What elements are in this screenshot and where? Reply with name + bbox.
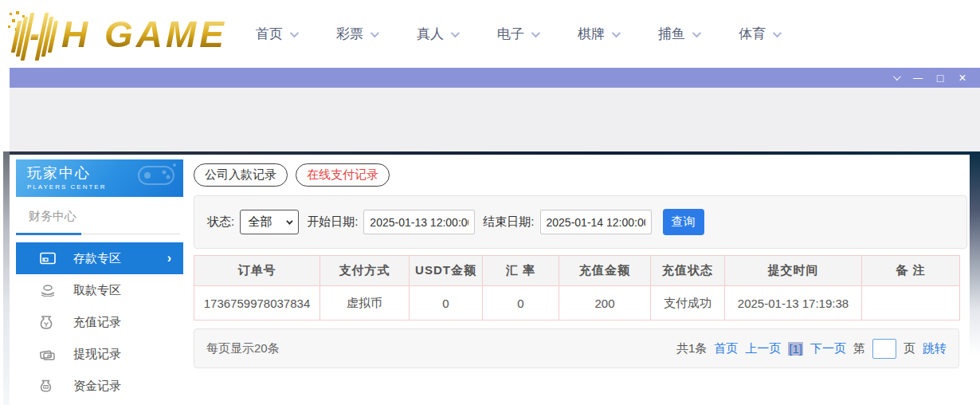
sidebar-item-label: 资金记录 [73,379,121,394]
sidebar-item-withdraw-zone[interactable]: 取款专区 [16,274,183,306]
content-window: 玩家中心 PLAYERS CENTER 财务中心 存款专区 [10,151,980,405]
logo-text: H GAME [61,16,232,53]
sidebar-header: 玩家中心 PLAYERS CENTER [16,159,183,197]
sidebar-item-label: 取款专区 [73,283,121,298]
first-page-link[interactable]: 首页 [714,341,738,356]
sidebar-divider [16,233,183,235]
nav-item-sports[interactable]: 体育 [739,25,779,43]
chevron-down-icon [451,28,460,37]
chevron-down-icon [773,28,782,37]
sidebar-item-deposit-zone[interactable]: 存款专区 › [16,242,183,274]
nav-item-lottery[interactable]: 彩票 [336,25,377,43]
cell-recharge-amount: 200 [559,286,651,320]
main-nav: 首页 彩票 真人 电子 棋牌 捕鱼 体育 [256,25,779,43]
nav-item-cards[interactable]: 棋牌 [578,25,618,43]
chevron-right-icon: › [167,251,171,265]
filter-bar: 状态: 全部 开始日期: 结束日期: 查询 [194,195,967,249]
tab-company-deposit-records[interactable]: 公司入款记录 [194,163,288,187]
bank-card-icon [40,252,57,265]
start-date-input[interactable] [363,210,475,234]
nav-item-live[interactable]: 真人 [417,25,457,43]
cell-pay-method: 虚拟币 [320,286,410,320]
panel-left-edge [3,151,10,405]
window-titlebar: — □ × [10,68,980,88]
chevron-down-icon [531,28,540,37]
nav-item-home[interactable]: 首页 [256,25,296,43]
jump-suffix-label: 页 [904,341,915,356]
col-exchange-rate: 汇 率 [483,256,559,286]
window-collapse-button[interactable] [884,68,907,88]
nav-label: 真人 [417,25,444,43]
nav-label: 彩票 [336,25,363,43]
main-content: 公司入款记录 在线支付记录 状态: 全部 开始日期: 结束日期: 查询 [183,155,980,405]
chevron-down-icon [290,28,299,37]
chevron-down-icon [692,28,701,37]
sidebar-item-label: 存款专区 [73,251,121,266]
total-count-label: 共1条 [676,341,707,356]
logo[interactable]: H GAME [6,8,233,61]
col-recharge-amount: 充值金额 [559,256,651,286]
col-remark: 备 注 [862,256,960,286]
status-label: 状态: [207,214,234,230]
site-header: H GAME 首页 彩票 真人 电子 棋牌 捕鱼 体育 [0,0,980,68]
sidebar-item-recharge-records[interactable]: 充值记录 [16,306,183,338]
money-record-icon [40,379,57,392]
col-usdt-amount: USDT金额 [410,256,483,286]
next-page-link[interactable]: 下一页 [810,341,846,356]
sidebar-menu: 存款专区 › 取款专区 充值记录 [10,242,183,402]
nav-label: 棋牌 [578,25,605,43]
cell-exchange-rate: 0 [483,286,559,320]
cell-submit-time: 2025-01-13 17:19:38 [725,286,862,320]
status-select-value: 全部 [248,214,272,230]
jump-link[interactable]: 跳转 [923,341,947,356]
search-button[interactable]: 查询 [663,209,704,235]
nav-item-fishing[interactable]: 捕鱼 [658,25,699,43]
cell-usdt-amount: 0 [410,286,483,320]
sidebar: 玩家中心 PLAYERS CENTER 财务中心 存款专区 [10,155,183,405]
table-row: 1736759978037834 虚拟币 0 0 200 支付成功 2025-0… [194,286,960,320]
nav-label: 电子 [497,25,524,43]
money-bag-icon [40,316,57,329]
col-pay-method: 支付方式 [320,256,410,286]
nav-item-slots[interactable]: 电子 [497,25,538,43]
end-date-label: 结束日期: [483,214,534,230]
pagination-bar: 每页显示20条 共1条 首页 上一页 [1] 下一页 第 页 跳转 [194,328,959,368]
current-page-indicator[interactable]: [1] [788,342,803,356]
window-maximize-button[interactable]: □ [929,68,951,88]
chevron-down-icon [612,28,621,37]
sidebar-item-label: 充值记录 [73,315,121,330]
nav-label: 捕鱼 [658,25,685,43]
sidebar-item-funds-records[interactable]: 资金记录 [16,370,183,402]
chevron-down-icon [286,218,292,224]
gamepad-icon [135,162,178,189]
nav-label: 体育 [739,25,766,43]
chevron-down-icon [370,28,379,37]
page-jump-input[interactable] [872,339,896,359]
chevron-down-icon [892,73,900,81]
end-date-input[interactable] [540,210,652,234]
record-tabs: 公司入款记录 在线支付记录 [194,163,967,187]
col-recharge-status: 充值状态 [651,256,725,286]
wallet-cash-icon [40,348,57,360]
window-body-spacer [10,88,980,151]
jump-prefix-label: 第 [853,341,865,356]
col-submit-time: 提交时间 [725,256,862,286]
prev-page-link[interactable]: 上一页 [745,341,781,356]
per-page-label: 每页显示20条 [206,341,280,356]
pagination-controls: 共1条 首页 上一页 [1] 下一页 第 页 跳转 [676,339,947,359]
status-select[interactable]: 全部 [240,210,299,234]
cell-recharge-status: 支付成功 [651,286,725,320]
col-order-no: 订单号 [194,256,320,286]
hand-coin-icon [40,284,57,297]
cell-order-no: 1736759978037834 [194,286,320,320]
sidebar-item-label: 提现记录 [73,347,121,362]
nav-label: 首页 [256,25,283,43]
window-close-button[interactable]: × [951,68,974,88]
window-minimize-button[interactable]: — [907,68,929,88]
table-header-row: 订单号 支付方式 USDT金额 汇 率 充值金额 充值状态 提交时间 备 注 [194,256,960,286]
sidebar-item-withdrawal-records[interactable]: 提现记录 [16,338,183,370]
tab-online-payment-records[interactable]: 在线支付记录 [296,163,390,187]
cell-remark [862,286,960,320]
sidebar-section-label: 财务中心 [29,209,183,224]
records-table: 订单号 支付方式 USDT金额 汇 率 充值金额 充值状态 提交时间 备 注 1… [194,255,960,320]
